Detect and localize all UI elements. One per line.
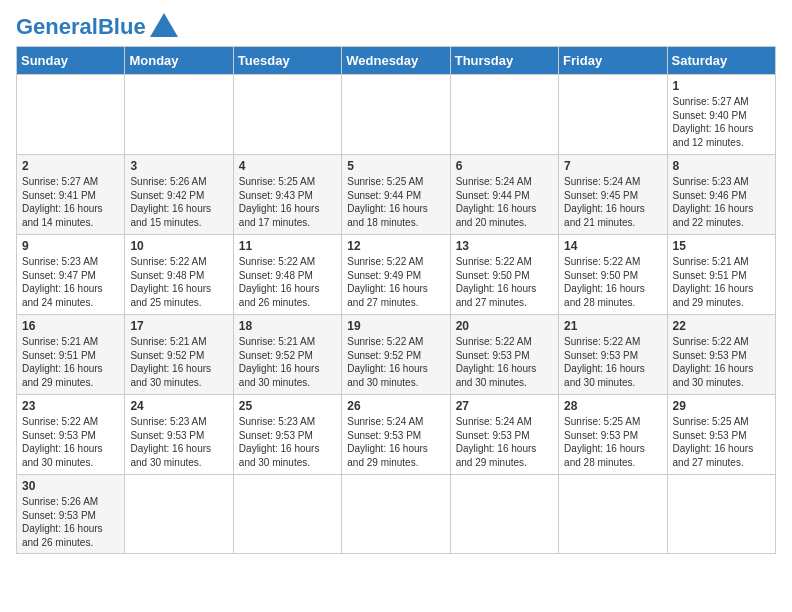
day-cell [559,475,667,554]
logo-general: General [16,14,98,39]
week-row-4: 16Sunrise: 5:21 AM Sunset: 9:51 PM Dayli… [17,315,776,395]
header-tuesday: Tuesday [233,47,341,75]
day-cell: 21Sunrise: 5:22 AM Sunset: 9:53 PM Dayli… [559,315,667,395]
week-row-6: 30Sunrise: 5:26 AM Sunset: 9:53 PM Dayli… [17,475,776,554]
day-number: 9 [22,239,119,253]
day-cell [450,475,558,554]
day-cell: 10Sunrise: 5:22 AM Sunset: 9:48 PM Dayli… [125,235,233,315]
logo-text: GeneralBlue [16,16,146,38]
day-number: 7 [564,159,661,173]
day-cell: 5Sunrise: 5:25 AM Sunset: 9:44 PM Daylig… [342,155,450,235]
day-number: 4 [239,159,336,173]
day-cell [233,75,341,155]
day-number: 16 [22,319,119,333]
day-cell [125,475,233,554]
day-number: 6 [456,159,553,173]
day-number: 28 [564,399,661,413]
day-cell: 16Sunrise: 5:21 AM Sunset: 9:51 PM Dayli… [17,315,125,395]
day-number: 18 [239,319,336,333]
day-info: Sunrise: 5:22 AM Sunset: 9:53 PM Dayligh… [564,335,661,389]
day-cell: 20Sunrise: 5:22 AM Sunset: 9:53 PM Dayli… [450,315,558,395]
header-monday: Monday [125,47,233,75]
calendar-header-row: SundayMondayTuesdayWednesdayThursdayFrid… [17,47,776,75]
svg-marker-0 [150,13,178,37]
day-cell: 30Sunrise: 5:26 AM Sunset: 9:53 PM Dayli… [17,475,125,554]
day-info: Sunrise: 5:26 AM Sunset: 9:42 PM Dayligh… [130,175,227,229]
day-info: Sunrise: 5:25 AM Sunset: 9:53 PM Dayligh… [564,415,661,469]
day-cell [450,75,558,155]
header-friday: Friday [559,47,667,75]
day-cell: 28Sunrise: 5:25 AM Sunset: 9:53 PM Dayli… [559,395,667,475]
day-info: Sunrise: 5:24 AM Sunset: 9:44 PM Dayligh… [456,175,553,229]
day-info: Sunrise: 5:21 AM Sunset: 9:52 PM Dayligh… [239,335,336,389]
day-cell [559,75,667,155]
day-number: 30 [22,479,119,493]
day-cell: 13Sunrise: 5:22 AM Sunset: 9:50 PM Dayli… [450,235,558,315]
day-number: 25 [239,399,336,413]
logo-icon [150,13,178,37]
day-cell: 15Sunrise: 5:21 AM Sunset: 9:51 PM Dayli… [667,235,775,315]
day-info: Sunrise: 5:22 AM Sunset: 9:52 PM Dayligh… [347,335,444,389]
day-number: 17 [130,319,227,333]
day-number: 14 [564,239,661,253]
day-number: 11 [239,239,336,253]
day-info: Sunrise: 5:25 AM Sunset: 9:43 PM Dayligh… [239,175,336,229]
week-row-3: 9Sunrise: 5:23 AM Sunset: 9:47 PM Daylig… [17,235,776,315]
day-info: Sunrise: 5:22 AM Sunset: 9:50 PM Dayligh… [456,255,553,309]
header-saturday: Saturday [667,47,775,75]
day-cell: 19Sunrise: 5:22 AM Sunset: 9:52 PM Dayli… [342,315,450,395]
day-info: Sunrise: 5:22 AM Sunset: 9:53 PM Dayligh… [22,415,119,469]
day-info: Sunrise: 5:22 AM Sunset: 9:48 PM Dayligh… [239,255,336,309]
day-number: 15 [673,239,770,253]
day-cell: 6Sunrise: 5:24 AM Sunset: 9:44 PM Daylig… [450,155,558,235]
header-thursday: Thursday [450,47,558,75]
day-cell: 7Sunrise: 5:24 AM Sunset: 9:45 PM Daylig… [559,155,667,235]
day-info: Sunrise: 5:21 AM Sunset: 9:51 PM Dayligh… [673,255,770,309]
day-number: 26 [347,399,444,413]
day-number: 10 [130,239,227,253]
day-number: 29 [673,399,770,413]
day-cell [342,75,450,155]
day-cell: 26Sunrise: 5:24 AM Sunset: 9:53 PM Dayli… [342,395,450,475]
day-number: 21 [564,319,661,333]
day-info: Sunrise: 5:22 AM Sunset: 9:48 PM Dayligh… [130,255,227,309]
day-cell [342,475,450,554]
day-cell: 11Sunrise: 5:22 AM Sunset: 9:48 PM Dayli… [233,235,341,315]
day-info: Sunrise: 5:27 AM Sunset: 9:40 PM Dayligh… [673,95,770,149]
day-cell: 14Sunrise: 5:22 AM Sunset: 9:50 PM Dayli… [559,235,667,315]
day-info: Sunrise: 5:21 AM Sunset: 9:52 PM Dayligh… [130,335,227,389]
day-cell: 4Sunrise: 5:25 AM Sunset: 9:43 PM Daylig… [233,155,341,235]
week-row-1: 1Sunrise: 5:27 AM Sunset: 9:40 PM Daylig… [17,75,776,155]
day-info: Sunrise: 5:24 AM Sunset: 9:53 PM Dayligh… [347,415,444,469]
day-number: 2 [22,159,119,173]
week-row-5: 23Sunrise: 5:22 AM Sunset: 9:53 PM Dayli… [17,395,776,475]
day-info: Sunrise: 5:21 AM Sunset: 9:51 PM Dayligh… [22,335,119,389]
header-sunday: Sunday [17,47,125,75]
day-cell [125,75,233,155]
day-info: Sunrise: 5:24 AM Sunset: 9:53 PM Dayligh… [456,415,553,469]
day-cell: 17Sunrise: 5:21 AM Sunset: 9:52 PM Dayli… [125,315,233,395]
calendar-table: SundayMondayTuesdayWednesdayThursdayFrid… [16,46,776,554]
day-info: Sunrise: 5:23 AM Sunset: 9:46 PM Dayligh… [673,175,770,229]
day-info: Sunrise: 5:22 AM Sunset: 9:53 PM Dayligh… [456,335,553,389]
day-info: Sunrise: 5:22 AM Sunset: 9:53 PM Dayligh… [673,335,770,389]
day-number: 23 [22,399,119,413]
day-cell: 12Sunrise: 5:22 AM Sunset: 9:49 PM Dayli… [342,235,450,315]
day-cell: 29Sunrise: 5:25 AM Sunset: 9:53 PM Dayli… [667,395,775,475]
day-cell [233,475,341,554]
day-number: 20 [456,319,553,333]
day-number: 13 [456,239,553,253]
day-cell [17,75,125,155]
day-cell: 8Sunrise: 5:23 AM Sunset: 9:46 PM Daylig… [667,155,775,235]
day-cell: 9Sunrise: 5:23 AM Sunset: 9:47 PM Daylig… [17,235,125,315]
day-info: Sunrise: 5:22 AM Sunset: 9:49 PM Dayligh… [347,255,444,309]
header-wednesday: Wednesday [342,47,450,75]
day-number: 27 [456,399,553,413]
day-cell: 2Sunrise: 5:27 AM Sunset: 9:41 PM Daylig… [17,155,125,235]
day-cell: 1Sunrise: 5:27 AM Sunset: 9:40 PM Daylig… [667,75,775,155]
day-cell: 25Sunrise: 5:23 AM Sunset: 9:53 PM Dayli… [233,395,341,475]
day-number: 3 [130,159,227,173]
day-number: 24 [130,399,227,413]
day-info: Sunrise: 5:25 AM Sunset: 9:44 PM Dayligh… [347,175,444,229]
day-cell [667,475,775,554]
